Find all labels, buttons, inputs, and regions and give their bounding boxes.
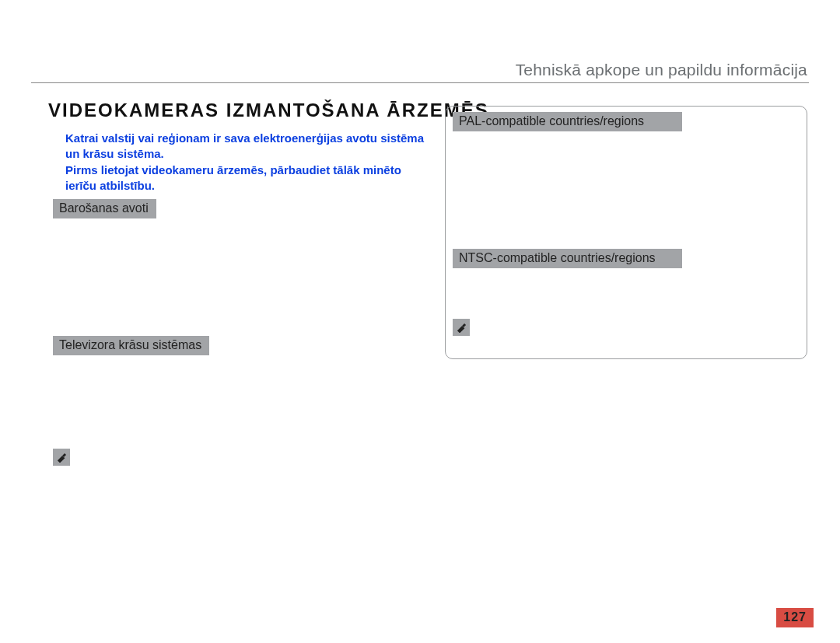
pal-countries-heading: PAL-compatible countries/regions [453, 112, 682, 131]
horizontal-rule [31, 82, 809, 83]
page-title: VIDEOKAMERAS IZMANTOŠANA ĀRZEMĒS [48, 100, 489, 121]
tv-color-systems-heading: Televizora krāsu sistēmas [53, 336, 209, 355]
section-title: Tehniskā apkope un papildu informācija [516, 61, 807, 79]
page-number: 127 [776, 608, 814, 627]
ntsc-countries-heading: NTSC-compatible countries/regions [453, 249, 682, 268]
countries-box [445, 106, 807, 359]
warning-text: Katrai valstij vai reģionam ir sava elek… [65, 131, 427, 194]
warning-line-2: Pirms lietojat videokameru ārzemēs, pārb… [65, 162, 427, 194]
document-page: Tehniskā apkope un papildu informācija V… [0, 0, 840, 643]
power-sources-heading: Barošanas avoti [53, 199, 156, 218]
note-icon [53, 449, 70, 466]
note-icon [453, 319, 470, 336]
warning-line-1: Katrai valstij vai reģionam ir sava elek… [65, 131, 427, 162]
